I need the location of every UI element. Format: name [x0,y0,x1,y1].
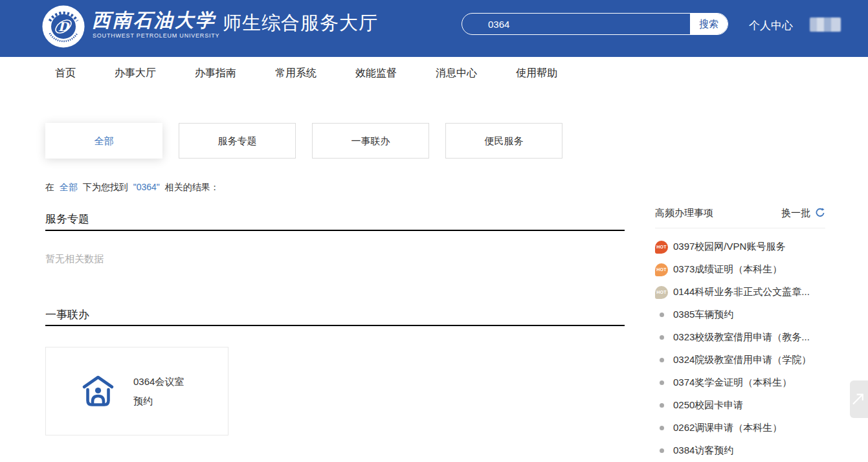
tab-convenience-services[interactable]: 便民服务 [445,123,562,159]
nav-item-service-hall[interactable]: 办事大厅 [115,67,156,80]
nav-item-home[interactable]: 首页 [55,67,76,80]
search-input[interactable] [462,14,690,34]
page: D 西南石油大学 SOUTHWEST PETROLEUM UNIVERSITY … [0,0,868,462]
service-item-label: 0385车辆预约 [673,309,733,321]
service-card-0364-meeting-room[interactable]: 0364会议室 预约 [45,347,228,435]
section-rule [45,325,625,326]
bullet-icon [660,335,664,340]
nav-item-help[interactable]: 使用帮助 [516,67,557,80]
bullet-icon [660,380,664,385]
arrow-up-right-icon [850,388,868,410]
service-item[interactable]: 0324院级教室借用申请（学院） [655,349,825,371]
result-middle: 下为您找到 [83,182,128,192]
sidebar-divider [655,228,825,228]
hot-badge-icon: HOT [655,286,668,299]
service-item[interactable]: 0384访客预约 [655,439,825,462]
hot-service-item[interactable]: HOT 0144科研业务非正式公文盖章... [655,281,825,303]
search-result-summary: 在 全部 下为您找到 "0364" 相关的结果： [45,182,222,193]
nav-item-message-center[interactable]: 消息中心 [436,67,477,80]
hot-service-item[interactable]: HOT 0397校园网/VPN账号服务 [655,236,825,258]
bullet-icon [660,403,664,408]
nav-item-guide[interactable]: 办事指南 [195,67,236,80]
card-label-line1: 0364会议室 [133,372,184,391]
tab-service-topics[interactable]: 服务专题 [179,123,296,159]
username-blurred[interactable] [810,17,841,32]
university-name-cn: 西南石油大学 [92,8,221,34]
sidebar-title: 高频办理事项 [655,207,713,219]
sidebar-list: HOT 0397校园网/VPN账号服务 HOT 0373成绩证明（本科生） HO… [655,236,825,462]
service-item[interactable]: 0385车辆预约 [655,303,825,326]
refresh-icon [815,208,825,218]
result-prefix: 在 [45,182,54,192]
service-item-label: 0250校园卡申请 [673,399,743,412]
service-item[interactable]: 0262调课申请（本科生） [655,417,825,439]
service-item-label: 0374奖学金证明（本科生） [673,377,792,389]
search-bar: 搜索 [462,13,728,35]
refresh-label: 换一批 [781,207,810,219]
refresh-batch-button[interactable]: 换一批 [781,207,825,219]
main-nav: 首页 办事大厅 办事指南 常用系统 效能监督 消息中心 使用帮助 [0,57,868,89]
search-button[interactable]: 搜索 [690,14,728,34]
service-item[interactable]: 0323校级教室借用申请（教务... [655,326,825,349]
hot-badge-icon: HOT [655,241,668,254]
service-item-label: 0323校级教室借用申请（教务... [673,331,810,344]
hot-badge-icon: HOT [655,263,668,276]
service-item[interactable]: 0250校园卡申请 [655,394,825,417]
seal-icon: D [42,5,85,48]
service-item-label: 0324院级教室借用申请（学院） [673,354,811,366]
hot-service-item[interactable]: HOT 0373成绩证明（本科生） [655,258,825,281]
service-item-label: 0373成绩证明（本科生） [673,263,782,276]
nav-item-supervision[interactable]: 效能监督 [355,67,397,80]
bullet-icon [660,313,664,317]
university-name-en: SOUTHWEST PETROLEUM UNIVERSITY [93,32,219,39]
service-item-label: 0384访客预约 [673,445,733,457]
university-seal-logo: D [42,5,85,48]
result-scope-link[interactable]: 全部 [60,182,78,192]
service-item[interactable]: 0374奖学金证明（本科生） [655,371,825,394]
svg-text:D: D [58,19,71,34]
header-banner: D 西南石油大学 SOUTHWEST PETROLEUM UNIVERSITY … [0,0,868,57]
result-suffix: 相关的结果： [165,182,219,192]
section-rule [45,230,625,231]
portal-title: 师生综合服务大厅 [223,10,378,36]
tab-joint-handling[interactable]: 一事联办 [312,123,429,159]
card-label-line2: 预约 [133,391,184,411]
tab-all[interactable]: 全部 [45,123,162,159]
house-person-icon [80,373,117,410]
bullet-icon [660,358,664,362]
bullet-icon [660,426,664,430]
category-tabs: 全部 服务专题 一事联办 便民服务 [45,123,562,159]
bullet-icon [660,448,664,453]
service-item-label: 0144科研业务非正式公文盖章... [673,286,810,298]
personal-center-link[interactable]: 个人中心 [749,18,793,33]
section-title-joint-handling: 一事联办 [45,307,89,322]
sidebar-header: 高频办理事项 换一批 [655,206,825,219]
section-title-service-topics: 服务专题 [45,212,89,226]
result-keyword: "0364" [133,182,160,192]
empty-data-text: 暂无相关数据 [45,253,104,265]
high-frequency-panel: 高频办理事项 换一批 HOT 0397校园网/VPN账号服务 HOT 0373成… [655,206,825,462]
service-item-label: 0262调课申请（本科生） [673,422,782,434]
service-item-label: 0397校园网/VPN账号服务 [673,241,785,253]
nav-item-common-systems[interactable]: 常用系统 [275,67,317,80]
card-label: 0364会议室 预约 [133,372,184,411]
back-to-top-button[interactable] [850,380,868,418]
